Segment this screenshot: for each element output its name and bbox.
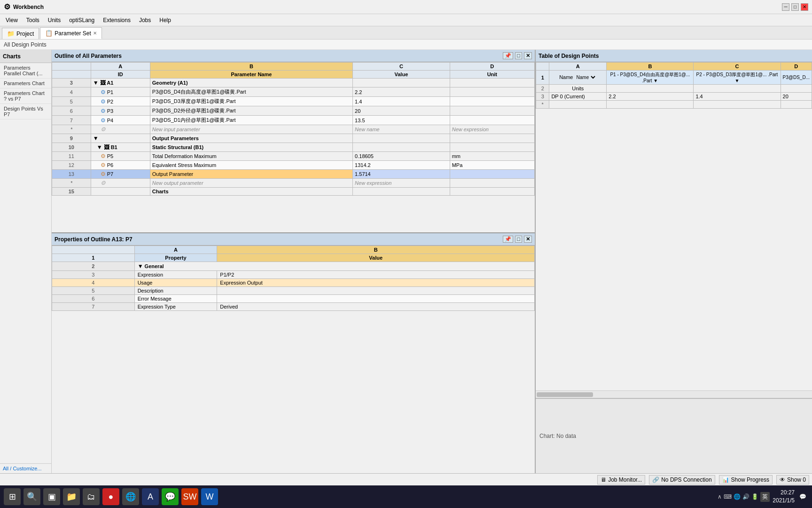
outline-close-btn[interactable]: ✕ xyxy=(524,52,532,59)
table-row[interactable]: 5 ⚙ P2 P3@DS_D3厚度@草图1@碟黄.Part 1.4 xyxy=(52,97,535,106)
show-progress-button[interactable]: 📊 Show Progress xyxy=(719,475,773,484)
table-row[interactable]: 12 ⚙ P6 Equivalent Stress Maximum 1314.2… xyxy=(52,161,535,170)
menu-units[interactable]: Units xyxy=(44,16,64,24)
search-button[interactable]: 🔍 xyxy=(23,488,40,505)
design-new-p3[interactable] xyxy=(781,101,812,109)
word-button[interactable]: W xyxy=(201,488,218,505)
notification-button[interactable]: 💬 xyxy=(797,492,808,502)
sidebar-item-design-points-vs-p7[interactable]: Design Points Vs P7 xyxy=(0,104,51,119)
table-row[interactable]: 9 ▼ Output Parameters xyxy=(52,134,535,143)
properties-max-btn[interactable]: □ xyxy=(515,236,522,243)
table-row-selected[interactable]: 13 ⚙ P7 Output Parameter 1.5714 xyxy=(52,170,535,179)
minimize-button[interactable]: ─ xyxy=(782,3,789,11)
param-icon: ⚙ xyxy=(101,108,106,114)
menu-optislang[interactable]: optiSLang xyxy=(65,16,98,24)
job-monitor-button[interactable]: 🖥 Job Monitor... xyxy=(597,475,645,484)
sidebar-item-parallel-chart[interactable]: Parameters Parallel Chart (... xyxy=(0,63,51,79)
row-new-output-label[interactable]: New output parameter xyxy=(150,179,352,188)
outline-controls[interactable]: 📌 □ ✕ xyxy=(503,52,532,59)
tab-parameter-set[interactable]: 📋 Parameter Set ✕ xyxy=(40,27,102,39)
table-row[interactable]: 15 Charts xyxy=(52,188,535,196)
properties-title: Properties of Outline A13: P7 xyxy=(55,236,133,243)
menu-extensions[interactable]: Extensions xyxy=(99,16,134,24)
window-controls[interactable]: ─ □ ✕ xyxy=(782,3,808,11)
prop-expression-value[interactable]: P1/P2 xyxy=(217,271,535,279)
table-row[interactable]: 5 Description xyxy=(52,287,535,295)
sidebar-item-chart-vs-p7[interactable]: Parameters Chart ? vs P7 xyxy=(0,88,51,104)
outline-table-scroll[interactable]: A B C D ID Parameter Name Value Unit xyxy=(52,62,535,232)
explorer-button[interactable]: 📁 xyxy=(63,488,80,505)
table-row[interactable]: 7 Expression Type Derived xyxy=(52,303,535,311)
design-dp0-p1[interactable]: 2.2 xyxy=(607,93,694,101)
properties-close-btn[interactable]: ✕ xyxy=(524,236,532,243)
menu-help[interactable]: Help xyxy=(156,16,175,24)
tray-chevron[interactable]: ∧ xyxy=(718,493,722,500)
design-new-name[interactable] xyxy=(549,101,607,109)
design-name-dropdown[interactable]: Name xyxy=(575,74,597,80)
row-new-input-label[interactable]: New input parameter xyxy=(150,125,352,134)
tab-close-button[interactable]: ✕ xyxy=(93,31,97,36)
design-new-p2[interactable] xyxy=(694,101,781,109)
row-num: 13 xyxy=(52,170,91,179)
table-row[interactable]: 10 ▼ 🖼 B1 Static Structural (B1) xyxy=(52,143,535,152)
outline-pin-btn[interactable]: 📌 xyxy=(503,52,513,59)
right-panel: Table of Design Points A B C D 1 xyxy=(535,50,812,473)
table-row[interactable]: 11 ⚙ P5 Total Deformation Maximum 0.1860… xyxy=(52,152,535,161)
maximize-button[interactable]: □ xyxy=(791,3,799,11)
browser-button[interactable]: 🌐 xyxy=(122,488,139,505)
folder-button[interactable]: 🗂 xyxy=(83,488,100,505)
table-row-new[interactable]: * xyxy=(536,101,812,109)
design-dp0-p2[interactable]: 1.4 xyxy=(694,93,781,101)
taskview-button[interactable]: ▣ xyxy=(43,488,60,505)
job-monitor-label: Job Monitor... xyxy=(608,476,642,483)
ansys-button[interactable]: A xyxy=(142,488,159,505)
scrollbar-thumb[interactable] xyxy=(537,392,593,397)
prop-error-value[interactable] xyxy=(217,295,535,303)
expand-icon: ▼ xyxy=(93,135,99,142)
p2-dropdown-icon[interactable]: ▼ xyxy=(735,78,740,83)
menu-tools[interactable]: Tools xyxy=(23,16,43,24)
dps-connection-indicator[interactable]: 🔗 No DPS Connection xyxy=(649,475,715,484)
properties-table-scroll[interactable]: A B 1 Property Value 2 xyxy=(52,246,535,473)
outline-max-btn[interactable]: □ xyxy=(515,52,522,59)
prop-general: ▼ General xyxy=(134,262,534,271)
menu-jobs[interactable]: Jobs xyxy=(135,16,155,24)
table-row-new-output[interactable]: * ⚙ New output parameter New expression xyxy=(52,179,535,188)
menu-view[interactable]: View xyxy=(2,16,22,24)
design-new-p1[interactable] xyxy=(607,101,694,109)
table-row[interactable]: 4 Usage Expression Output xyxy=(52,279,535,287)
table-row[interactable]: 4 ⚙ P1 P3@DS_D4自由高度@草图1@碟黄.Part 2.2 xyxy=(52,87,535,97)
sidebar-customize-link[interactable]: All / Customize... xyxy=(0,463,51,473)
table-row[interactable]: 6 ⚙ P3 P3@DS_D2外径@草图1@碟黄.Part 20 xyxy=(52,106,535,116)
row-id: ⚙ xyxy=(91,125,150,134)
lang-indicator[interactable]: 英 xyxy=(760,492,770,502)
prop-description-value[interactable] xyxy=(217,287,535,295)
row-num: 3 xyxy=(52,271,135,279)
horizontal-scrollbar[interactable] xyxy=(536,390,812,398)
properties-controls[interactable]: 📌 □ ✕ xyxy=(503,236,532,243)
sw-button[interactable]: SW xyxy=(181,488,198,505)
record-button[interactable]: ● xyxy=(102,488,119,505)
wechat-button[interactable]: 💬 xyxy=(162,488,179,505)
table-row[interactable]: 3 ▼ 🖼 A1 Geometry (A1) xyxy=(52,79,535,87)
prop-usage-value[interactable]: Expression Output xyxy=(217,279,535,287)
tab-project[interactable]: 📁 Project xyxy=(2,28,39,39)
p1-dropdown-icon[interactable]: ▼ xyxy=(653,78,658,83)
design-col-a-label: A xyxy=(549,63,607,71)
start-button[interactable]: ⊞ xyxy=(4,488,21,505)
table-row[interactable]: 3 DP 0 (Current) 2.2 1.4 20 xyxy=(536,93,812,101)
design-dp0-p3[interactable]: 20 xyxy=(781,93,812,101)
close-button[interactable]: ✕ xyxy=(801,3,808,11)
design-name-header[interactable]: Name Name xyxy=(549,71,607,85)
show-count-button[interactable]: 👁 Show 0 xyxy=(776,475,809,484)
row-new-expr: New expression xyxy=(450,125,534,134)
table-row[interactable]: 7 ⚙ P4 P3@DS_D1内径@草图1@碟黄.Part 13.5 xyxy=(52,116,535,125)
table-row[interactable]: 3 Expression P1/P2 xyxy=(52,271,535,279)
table-row-new-input[interactable]: * ⚙ New input parameter New name New exp… xyxy=(52,125,535,134)
properties-pin-btn[interactable]: 📌 xyxy=(503,236,513,243)
sidebar-item-parameters-chart[interactable]: Parameters Chart xyxy=(0,79,51,88)
design-table-scroll[interactable]: A B C D 1 Name Name xyxy=(536,62,812,390)
table-row[interactable]: 6 Error Message xyxy=(52,295,535,303)
row-value: 0.18605 xyxy=(353,152,450,161)
collapse-icon[interactable]: ▼ xyxy=(138,263,143,270)
